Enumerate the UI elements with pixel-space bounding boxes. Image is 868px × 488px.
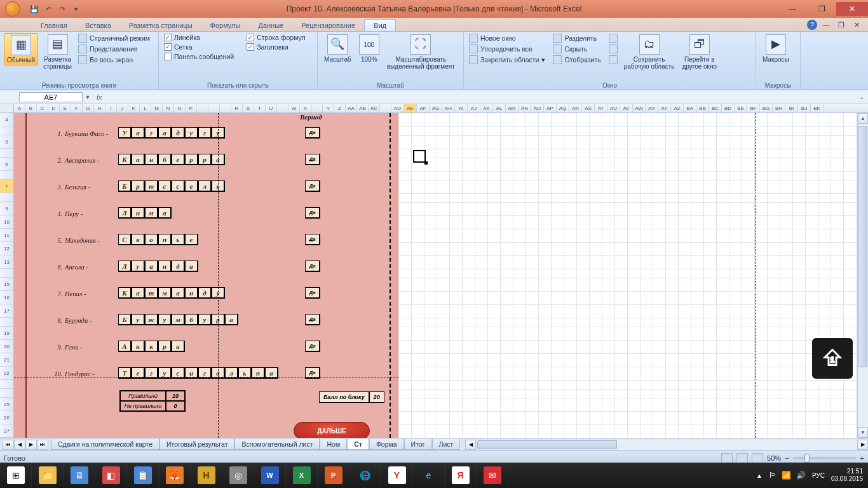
letter-cell[interactable]: ю <box>145 180 158 192</box>
ribbon-checkbox[interactable]: ✓Заголовки <box>245 43 306 51</box>
scroll-left-button[interactable]: ◀ <box>465 440 476 450</box>
letter-cell[interactable]: н <box>145 154 158 165</box>
app-icon[interactable]: Н <box>191 463 222 488</box>
column-header[interactable]: AH <box>442 104 455 112</box>
ie-icon[interactable]: e <box>413 463 445 488</box>
letter-cell[interactable]: у <box>198 314 212 325</box>
close-button[interactable]: ✕ <box>836 2 868 16</box>
letter-cell[interactable]: Б <box>118 314 132 325</box>
letter-cell[interactable]: а <box>185 261 198 272</box>
ribbon-item[interactable]: Упорядочить все <box>468 44 546 54</box>
redo-icon[interactable]: ↷ <box>56 3 69 15</box>
row-header[interactable] <box>0 318 13 327</box>
sheet-tab[interactable]: Итоговый результат <box>159 439 234 450</box>
fill-handle[interactable] <box>424 161 428 165</box>
letter-cell[interactable]: б <box>185 314 198 325</box>
yandex-search-icon[interactable]: Я <box>445 463 477 488</box>
letter-cell[interactable]: А <box>118 341 132 352</box>
column-header[interactable]: F <box>71 104 83 112</box>
column-header[interactable]: AZ <box>671 104 684 112</box>
flag-icon[interactable]: 🏳 <box>769 471 776 480</box>
office-button[interactable] <box>0 0 25 18</box>
chrome-icon[interactable]: 🌐 <box>349 463 381 488</box>
column-header[interactable]: W <box>288 104 300 112</box>
ribbon-item[interactable]: Отобразить <box>552 55 602 65</box>
column-header[interactable]: AU <box>607 104 620 112</box>
column-header[interactable]: AD <box>391 104 404 112</box>
letter-cell[interactable]: г <box>198 127 212 139</box>
column-header[interactable]: BJ <box>798 104 811 112</box>
column-header[interactable]: Y <box>323 104 334 112</box>
column-header[interactable]: AK <box>480 104 493 112</box>
row-header[interactable]: 7 <box>0 180 13 193</box>
ribbon-checkbox[interactable]: ✓Строка формул <box>245 33 306 42</box>
row-header[interactable] <box>0 193 13 202</box>
language-indicator[interactable]: РУС <box>812 472 825 479</box>
view-normal-icon[interactable] <box>721 453 733 463</box>
letter-cell[interactable]: а <box>132 127 145 139</box>
ribbon-tab[interactable]: Вид <box>364 19 396 31</box>
row-header[interactable]: 27 <box>0 424 13 438</box>
column-header[interactable]: AJ <box>468 104 480 112</box>
select-all-corner[interactable] <box>0 104 14 112</box>
sheet-tab[interactable]: Лист <box>432 439 461 450</box>
ribbon-item[interactable]: Во весь экран <box>77 55 151 65</box>
column-header[interactable]: L <box>140 104 151 112</box>
column-header[interactable]: AV <box>620 104 633 112</box>
expand-formula-bar[interactable]: ⌄ <box>855 93 868 100</box>
start-button[interactable]: ⊞ <box>0 463 32 488</box>
column-header[interactable]: BA <box>684 104 696 112</box>
letter-cell[interactable]: а <box>172 287 185 299</box>
column-header[interactable]: AY <box>658 104 671 112</box>
zoom-slider[interactable] <box>793 457 857 459</box>
view-layout-icon[interactable] <box>736 453 748 463</box>
letter-cell[interactable]: т <box>145 287 158 299</box>
ribbon-tab[interactable]: Рецензирование <box>292 20 364 31</box>
letter-cell[interactable]: Л <box>118 261 132 272</box>
ribbon-tab[interactable]: Разметка страницы <box>120 20 201 31</box>
column-header[interactable]: K <box>128 104 140 112</box>
word-icon[interactable]: W <box>254 463 286 488</box>
ribbon-checkbox[interactable]: ✓Линейка <box>163 33 235 42</box>
column-header[interactable]: AX <box>646 104 658 112</box>
view-page-layout-button[interactable]: ▤ Разметка страницы <box>41 33 74 71</box>
ribbon-item[interactable]: Представления <box>77 44 151 54</box>
letter-cell[interactable]: л <box>198 180 212 192</box>
next-button[interactable]: ДАЛЬШЕ <box>294 422 370 438</box>
row-header[interactable] <box>0 380 13 389</box>
letter-cell[interactable]: н <box>158 261 172 272</box>
column-header[interactable]: BG <box>760 104 773 112</box>
column-header[interactable]: AI <box>455 104 468 112</box>
column-header[interactable]: BE <box>735 104 747 112</box>
column-header[interactable]: AB <box>357 104 369 112</box>
column-header[interactable]: U <box>266 104 277 112</box>
column-header[interactable] <box>197 104 208 112</box>
qat-customize-icon[interactable]: ▾ <box>70 3 83 15</box>
letter-cell[interactable]: и <box>132 207 145 219</box>
column-header[interactable]: Z <box>334 104 346 112</box>
letter-cell[interactable]: а <box>225 314 238 325</box>
column-header[interactable]: J <box>117 104 128 112</box>
letter-cell[interactable]: К <box>118 154 132 165</box>
column-header[interactable]: AP <box>544 104 557 112</box>
letter-cell[interactable]: у <box>158 314 172 325</box>
name-box-dropdown[interactable]: ▼ <box>83 94 93 100</box>
column-header[interactable]: AS <box>582 104 595 112</box>
column-header[interactable]: AR <box>569 104 582 112</box>
column-header[interactable]: AW <box>633 104 646 112</box>
letter-cell[interactable]: ж <box>145 314 158 325</box>
scroll-right-button[interactable]: ▶ <box>857 440 868 450</box>
letter-cell[interactable]: м <box>172 314 185 325</box>
excel-icon[interactable]: X <box>286 463 318 488</box>
row-header[interactable] <box>0 269 13 278</box>
ribbon-tab[interactable]: Главная <box>32 20 76 31</box>
letter-cell[interactable]: с <box>158 180 172 192</box>
tray-expand-icon[interactable]: ▲ <box>756 472 763 479</box>
letter-cell[interactable]: р <box>158 341 172 352</box>
ribbon-tab[interactable]: Вставка <box>76 20 120 31</box>
row-header[interactable]: 13 <box>0 255 13 269</box>
column-header[interactable]: BI <box>785 104 798 112</box>
undo-icon[interactable]: ↶ <box>42 3 55 15</box>
overlay-badge[interactable]: 1 <box>812 338 853 379</box>
column-header[interactable]: AQ <box>557 104 569 112</box>
